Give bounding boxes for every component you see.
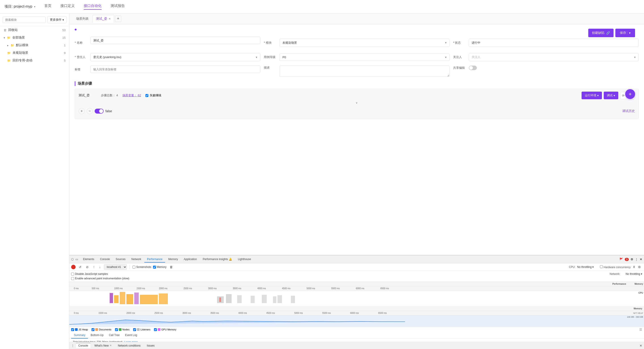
tab-perf-insights[interactable]: Performance insights 🔔 — [200, 256, 235, 262]
advanced-paint-checkbox[interactable] — [71, 277, 74, 280]
tab-sources[interactable]: Sources — [113, 256, 128, 262]
settings-btn-right[interactable]: ⚙ — [636, 264, 642, 269]
debug-button[interactable]: 调试 ▾ — [604, 92, 618, 99]
analysis-tab-call-tree[interactable]: Call Tree — [106, 332, 122, 338]
nav-home[interactable]: 首页 — [44, 4, 52, 10]
sidebar-item-default-module[interactable]: ▸ 📁 默认模块 1 — [0, 42, 69, 49]
svg-rect-11 — [262, 295, 267, 303]
save-dropdown-arrow-icon[interactable]: ▾ — [627, 31, 630, 35]
sidebar-item-regression[interactable]: 📁 回归专用-勿动 5 — [0, 57, 69, 64]
settings-icon[interactable]: ⚙ — [630, 258, 633, 261]
cpu-dropdown-icon: ▾ — [592, 265, 594, 269]
record-button[interactable] — [71, 265, 76, 269]
sidebar-item-all-scenarios[interactable]: ▾ 📁 全部场景 15 — [0, 34, 69, 42]
debug-history-link[interactable]: 调试历史 — [622, 109, 635, 113]
priority-select[interactable]: P0 ▾ — [280, 54, 449, 61]
close-whats-new-icon[interactable]: ✕ — [110, 344, 112, 347]
tab-test-lou[interactable]: 测试_娄 ✕ — [93, 15, 114, 23]
memory-cb-label[interactable]: Memory — [153, 265, 166, 269]
sidebar-item-unplanned[interactable]: 📁 未规划场景 9 — [0, 49, 69, 57]
project-label: 项目: project-myp — [4, 4, 32, 9]
analysis-tab-bottom-up[interactable]: Bottom-Up — [88, 332, 106, 338]
name-input[interactable] — [90, 37, 260, 44]
tab-lighthouse[interactable]: Lighthouse — [235, 256, 254, 262]
memory-checkbox[interactable] — [153, 266, 156, 269]
hw-value: 8 — [633, 265, 635, 269]
follower-field: 关注人 关注人 ▾ — [453, 53, 639, 61]
fail-continue-cb[interactable]: 失败继续 — [146, 93, 161, 97]
analysis-tab-event-log[interactable]: Event Log — [122, 332, 140, 338]
fail-continue-checkbox[interactable] — [146, 94, 148, 97]
env-button[interactable]: 运行环境 ▾ — [582, 92, 602, 99]
analysis-tab-summary[interactable]: Summary — [71, 332, 88, 338]
float-add-button[interactable]: + — [625, 89, 635, 99]
bottom-tab-whats-new[interactable]: What's New ✕ — [92, 343, 114, 348]
status-select[interactable]: 进行中 — [469, 39, 639, 47]
legend-documents[interactable]: Documents — [92, 328, 112, 331]
screenshots-checkbox[interactable] — [132, 266, 136, 269]
inspect-icon[interactable]: ⬡ — [71, 258, 74, 261]
save-button[interactable]: 保存 ▾ — [615, 29, 635, 37]
trash-button[interactable]: 🗑 — [168, 264, 174, 269]
follower-select[interactable]: 关注人 ▾ — [469, 53, 639, 61]
owner-select[interactable]: 娄元龙 (yuanlong.lou) ▾ — [90, 53, 260, 61]
tab-network[interactable]: Network — [129, 256, 144, 262]
screenshots-cb-label[interactable]: Screenshots — [132, 265, 151, 269]
legend-js-heap[interactable]: JS Heap — [71, 328, 88, 331]
tag-input[interactable] — [90, 66, 260, 73]
step-toggle[interactable] — [95, 109, 104, 114]
close-tab-icon[interactable]: ✕ — [108, 17, 111, 20]
module-select[interactable]: 未规划场景 ▾ — [280, 39, 449, 47]
folder-icon-3: 📁 — [7, 51, 11, 55]
create-bug-button[interactable]: 创建缺陷 🔗 — [588, 29, 614, 37]
add-step-button[interactable]: + — [78, 108, 85, 114]
svg-rect-2 — [120, 292, 125, 304]
upload-button[interactable]: ↑ — [92, 264, 96, 269]
more-legend-icon[interactable]: ☰ — [639, 328, 642, 331]
project-selector[interactable]: 项目: project-myp ▾ — [4, 4, 35, 9]
download-button[interactable]: ↓ — [98, 264, 102, 269]
learn-more-link[interactable]: Learn more — [124, 340, 138, 342]
network-throttle-select[interactable]: No throttling ▾ — [626, 272, 642, 275]
shared-field: 共享编辑 — [453, 66, 639, 70]
close-bottom-icon[interactable]: ✕ — [640, 344, 642, 347]
tab-memory[interactable]: Memory — [166, 256, 180, 262]
scenario-vars-link[interactable]: 场景变量： 62 — [122, 93, 141, 97]
device-icon[interactable]: ▭ — [76, 258, 78, 261]
reload-button[interactable]: ↺ — [78, 264, 83, 269]
tab-performance[interactable]: Performance — [144, 256, 165, 262]
stop-button[interactable]: ⊘ — [84, 264, 90, 269]
origin-select[interactable]: localhost #1 — [104, 264, 127, 270]
nav-api-auto[interactable]: 接口自动化 — [84, 4, 102, 10]
nav-test-report[interactable]: 测试报告 — [110, 4, 125, 10]
status-label: * 状态 — [453, 41, 466, 45]
bottom-tab-network-conditions[interactable]: Network conditions — [116, 343, 143, 348]
shared-toggle[interactable] — [469, 66, 477, 70]
bottom-tab-issues[interactable]: Issues — [144, 343, 157, 348]
more-bottom-icon[interactable]: ⋮ — [71, 344, 74, 347]
bottom-tab-console[interactable]: Console — [76, 343, 90, 348]
svg-rect-8 — [226, 294, 232, 303]
close-devtools-icon[interactable]: ✕ — [640, 258, 642, 261]
nav-api-def[interactable]: 接口定义 — [60, 4, 75, 10]
more-icon[interactable]: ⋮ — [635, 258, 638, 261]
legend-gpu-memory[interactable]: GPU Memory — [154, 328, 176, 331]
add-tab-button[interactable]: + — [115, 16, 121, 22]
disable-js-checkbox[interactable] — [71, 273, 74, 275]
advanced-paint-label[interactable]: Enable advanced paint instrumentation (s… — [71, 277, 129, 280]
desc-textarea[interactable] — [280, 66, 449, 77]
tab-scenario-list[interactable]: 场景列表 — [73, 15, 92, 23]
tab-elements[interactable]: Elements — [80, 256, 97, 262]
more-actions-button[interactable]: 更多操作 ▾ — [48, 16, 66, 23]
sidebar-item-recycle[interactable]: 🗑 回收站 53 — [0, 26, 69, 34]
tab-application[interactable]: Application — [181, 256, 200, 262]
scenario-expand-btn[interactable]: ∨ — [78, 99, 635, 106]
hw-concurrency-checkbox[interactable] — [600, 265, 603, 268]
legend-nodes[interactable]: Nodes — [115, 328, 130, 331]
cpu-throttle-select[interactable]: No throttling ▾ — [577, 265, 594, 269]
minus-step-button[interactable]: − — [86, 108, 93, 114]
tab-console[interactable]: Console — [97, 256, 112, 262]
legend-listeners[interactable]: Listeners — [133, 328, 150, 331]
disable-js-label[interactable]: Disable JavaScript samples — [71, 272, 108, 275]
search-input[interactable] — [3, 17, 46, 23]
